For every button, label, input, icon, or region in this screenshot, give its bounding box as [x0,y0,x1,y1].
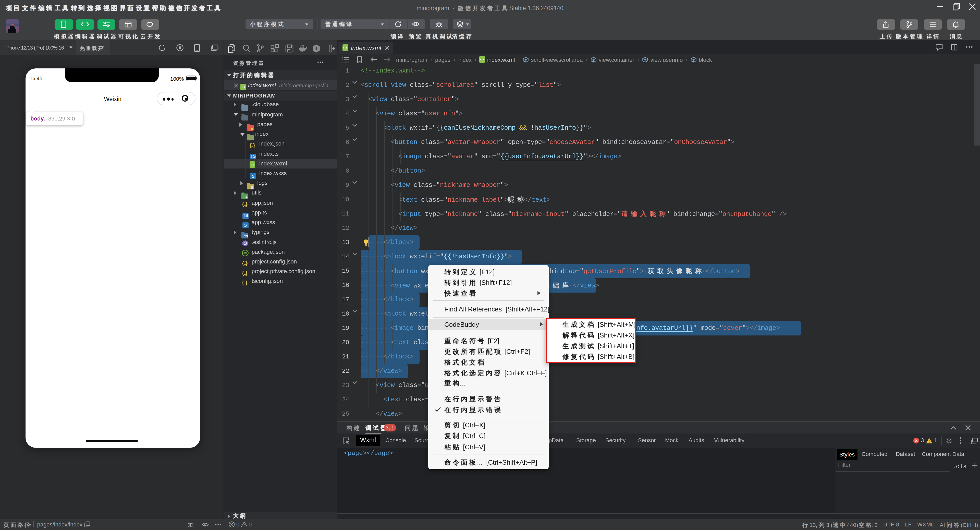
svg-text:JS: JS [243,252,247,255]
